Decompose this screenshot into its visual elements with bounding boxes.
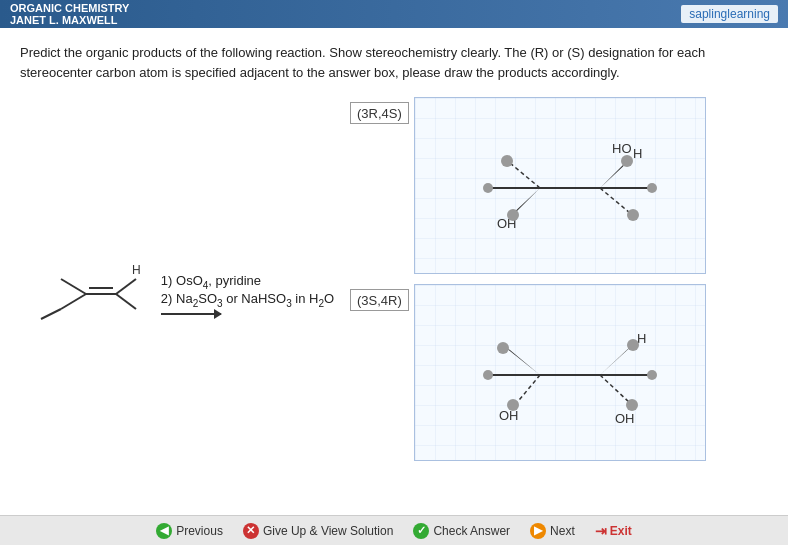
svg-marker-9 — [510, 188, 540, 216]
main-content: Predict the organic products of the foll… — [0, 28, 788, 516]
next-icon: ▶ — [530, 523, 546, 539]
reaction-conditions-area: 1) OsO4, pyridine 2) Na2SO3 or NaHSO3 in… — [161, 273, 334, 315]
question-text: Predict the organic products of the foll… — [20, 43, 768, 82]
svg-point-12 — [507, 209, 519, 221]
exit-button[interactable]: ⇥ Exit — [595, 523, 632, 539]
svg-line-5 — [116, 279, 136, 294]
svg-line-18 — [600, 188, 630, 213]
svg-marker-28 — [505, 347, 540, 375]
product-1-box[interactable]: OH HO HO H — [414, 97, 706, 274]
left-panel: H 1) OsO4, pyridine 2) Na2SO3 or NaHSO3 … — [20, 97, 340, 461]
svg-line-2 — [41, 309, 61, 319]
giveup-icon: ✕ — [243, 523, 259, 539]
check-answer-button[interactable]: ✓ Check Answer — [413, 523, 510, 539]
svg-rect-7 — [415, 98, 705, 273]
svg-line-27 — [515, 375, 540, 405]
svg-point-13 — [501, 155, 513, 167]
svg-point-23 — [483, 183, 493, 193]
svg-text:OH: OH — [497, 216, 517, 231]
stereo-label-1: (3R,4S) — [350, 102, 409, 124]
header: ORGANIC CHEMISTRY JANET L. MAXWELL sapli… — [0, 0, 788, 28]
previous-button[interactable]: ◀ Previous — [156, 523, 223, 539]
content-area: H 1) OsO4, pyridine 2) Na2SO3 or NaHSO3 … — [20, 97, 768, 461]
giveup-button[interactable]: ✕ Give Up & View Solution — [243, 523, 394, 539]
svg-text:HO: HO — [612, 141, 632, 156]
exit-arrow-icon: ⇥ — [595, 523, 607, 539]
stereo-label-2: (3S,4R) — [350, 289, 409, 311]
svg-text:OH: OH — [499, 408, 519, 423]
h-label: H — [132, 263, 141, 277]
svg-point-41 — [647, 370, 657, 380]
reaction-area: H 1) OsO4, pyridine 2) Na2SO3 or NaHSO3 … — [26, 244, 334, 344]
svg-marker-32 — [600, 343, 635, 375]
product-2-box[interactable]: OH H OH — [414, 284, 706, 461]
svg-text:H: H — [633, 146, 642, 161]
svg-point-31 — [497, 342, 509, 354]
product-2-container: (3S,4R) — [350, 284, 768, 461]
svg-line-6 — [116, 294, 136, 309]
svg-marker-14 — [600, 160, 630, 188]
svg-text:H: H — [637, 331, 646, 346]
svg-point-40 — [483, 370, 493, 380]
reactant-molecule: H — [26, 244, 146, 344]
right-panel: (3R,4S) — [350, 97, 768, 461]
footer: ◀ Previous ✕ Give Up & View Solution ✓ C… — [0, 515, 788, 545]
reaction-arrow — [161, 313, 221, 315]
svg-line-0 — [61, 279, 86, 294]
next-button[interactable]: ▶ Next — [530, 523, 575, 539]
svg-point-20 — [621, 155, 633, 167]
svg-point-37 — [627, 339, 639, 351]
svg-line-1 — [61, 294, 86, 309]
instructor-name: JANET L. MAXWELL — [10, 14, 118, 26]
svg-point-19 — [627, 209, 639, 221]
course-name: ORGANIC CHEMISTRY — [10, 2, 129, 14]
svg-text:OH: OH — [615, 411, 635, 426]
svg-rect-25 — [415, 285, 705, 460]
reaction-step1: 1) OsO4, pyridine — [161, 273, 334, 291]
svg-point-36 — [626, 399, 638, 411]
reaction-conditions: 1) OsO4, pyridine 2) Na2SO3 or NaHSO3 in… — [161, 273, 334, 308]
header-course-info: ORGANIC CHEMISTRY JANET L. MAXWELL — [10, 2, 129, 26]
svg-line-10 — [510, 163, 540, 188]
product-1-container: (3R,4S) — [350, 97, 768, 274]
svg-point-30 — [507, 399, 519, 411]
reaction-step2: 2) Na2SO3 or NaHSO3 in H2O — [161, 291, 334, 309]
svg-line-34 — [600, 375, 630, 403]
svg-point-24 — [647, 183, 657, 193]
previous-icon: ◀ — [156, 523, 172, 539]
check-icon: ✓ — [413, 523, 429, 539]
sapling-logo: saplinglearning — [681, 5, 778, 23]
